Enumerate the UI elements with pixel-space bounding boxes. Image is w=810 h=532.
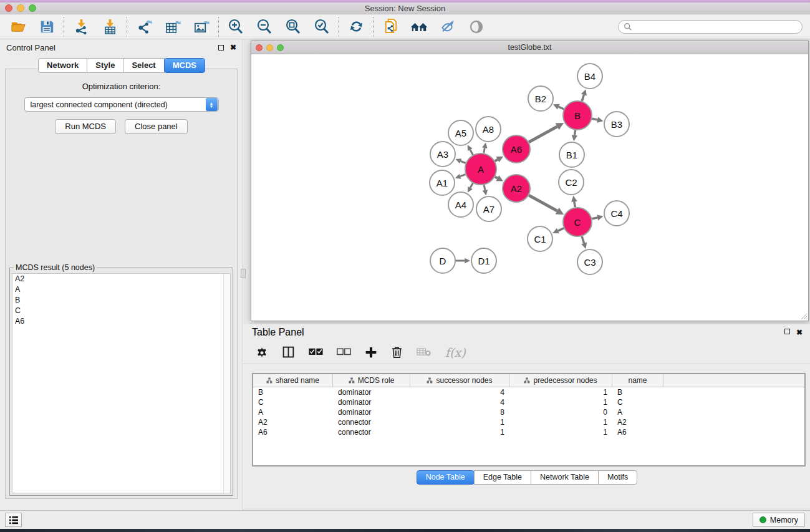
table-cell[interactable]: A6 (612, 428, 663, 437)
table-cell[interactable]: B (253, 388, 333, 397)
table-cell[interactable]: B (612, 388, 663, 397)
mcds-result-item[interactable]: B (12, 295, 230, 306)
resize-grip-icon[interactable] (800, 312, 808, 320)
table-settings-gear-icon[interactable] (256, 346, 268, 359)
graph-edge-C-C4[interactable] (592, 218, 597, 219)
result-scrollbar[interactable] (223, 274, 230, 493)
close-window-button[interactable] (5, 4, 12, 12)
delete-column-trash-icon[interactable] (391, 346, 403, 359)
zoom-window-button[interactable] (29, 4, 36, 12)
table-row[interactable]: A6connector11A6 (253, 427, 804, 437)
open-session-icon[interactable] (9, 17, 27, 36)
graph-edge-C-C2[interactable] (574, 201, 575, 207)
graph-edge-C-C3[interactable] (582, 236, 584, 243)
graph-edge-B-B3[interactable] (592, 118, 597, 120)
import-table-icon[interactable] (100, 17, 119, 36)
graph-edge-A6-B[interactable] (529, 127, 557, 142)
network-close-button[interactable] (256, 44, 263, 51)
column-layout-icon[interactable] (282, 346, 295, 359)
task-history-button[interactable] (5, 513, 22, 527)
table-tab-network-table[interactable]: Network Table (531, 470, 599, 485)
mcds-result-list[interactable]: A2ABCA6 (12, 273, 231, 493)
graph-edge-A-A5[interactable] (470, 150, 473, 155)
mcds-result-item[interactable]: C (12, 306, 230, 316)
graph-edge-A-A8[interactable] (484, 148, 485, 153)
close-panel-icon[interactable]: ✖ (230, 44, 236, 51)
table-cell[interactable]: 0 (509, 408, 612, 417)
import-network-icon[interactable] (72, 17, 90, 36)
table-cell[interactable]: 8 (410, 408, 509, 417)
network-minimize-button[interactable] (266, 44, 273, 51)
memory-button[interactable]: Memory (753, 513, 805, 527)
graph-edge-A-A1[interactable] (460, 175, 465, 177)
table-cell[interactable]: C (253, 398, 333, 407)
table-cell[interactable]: C (612, 398, 663, 407)
home-overview-icon[interactable] (410, 17, 428, 36)
graph-edge-A-A3[interactable] (461, 161, 466, 163)
table-cell[interactable]: A6 (253, 428, 333, 437)
table-cell[interactable]: 1 (410, 428, 509, 437)
table-tab-edge-table[interactable]: Edge Table (474, 470, 531, 485)
duplicate-network-icon[interactable] (381, 17, 400, 36)
table-cell[interactable]: 1 (410, 418, 509, 427)
table-cell[interactable]: 4 (410, 398, 509, 407)
table-cell[interactable]: 1 (509, 398, 612, 407)
table-cell[interactable]: dominator (333, 388, 410, 397)
save-session-icon[interactable] (37, 17, 56, 36)
mcds-result-item[interactable]: A (12, 284, 230, 295)
graph-edge-A-A6[interactable] (495, 160, 498, 161)
deselect-all-unchecked-icon[interactable] (337, 348, 351, 356)
graph-edge-A-A7[interactable] (484, 185, 485, 190)
split-divider-handle[interactable] (241, 269, 246, 278)
column-header-successor-nodes[interactable]: successor nodes (410, 374, 509, 387)
table-row[interactable]: Bdominator41B (253, 387, 804, 397)
eye-preview-icon[interactable] (467, 17, 486, 36)
network-graph[interactable]: B4B2BB3A5A8A6A3B1AA1C2A2A4A7C4CC1C3DD1 (251, 54, 808, 321)
table-cell[interactable]: A2 (253, 418, 333, 427)
table-cell[interactable]: 1 (509, 428, 612, 437)
refresh-layout-icon[interactable] (347, 17, 365, 36)
control-tab-mcds[interactable]: MCDS (164, 58, 205, 73)
column-header-predecessor-nodes[interactable]: predecessor nodes (509, 374, 612, 387)
float-panel-icon[interactable] (218, 45, 224, 51)
graph-edge-B-B1[interactable] (574, 130, 575, 135)
table-cell[interactable]: A (253, 408, 333, 417)
control-tab-style[interactable]: Style (87, 58, 123, 73)
table-tab-motifs[interactable]: Motifs (598, 470, 637, 485)
mcds-result-item[interactable]: A6 (12, 316, 230, 327)
table-cell[interactable]: A (612, 408, 663, 417)
table-row[interactable]: Cdominator41C (253, 397, 804, 407)
table-cell[interactable]: 1 (509, 388, 612, 397)
close-panel-button[interactable]: Close panel (125, 119, 188, 134)
table-tab-node-table[interactable]: Node Table (417, 470, 475, 485)
table-cell[interactable]: 1 (509, 418, 612, 427)
graph-edge-A-A2[interactable] (495, 177, 498, 178)
column-header-shared-name[interactable]: shared name (253, 374, 333, 387)
run-mcds-button[interactable]: Run MCDS (55, 119, 116, 134)
table-cell[interactable]: connector (333, 418, 410, 427)
graph-edge-A2-C[interactable] (529, 195, 557, 211)
close-table-panel-icon[interactable]: ✖ (796, 329, 803, 336)
criterion-dropdown[interactable]: largest connected component (directed) ▲… (24, 97, 219, 112)
export-table-icon[interactable] (163, 17, 182, 36)
table-cell[interactable]: 4 (410, 388, 509, 397)
table-cell[interactable]: dominator (333, 398, 410, 407)
float-table-panel-icon[interactable] (784, 329, 790, 334)
network-zoom-button[interactable] (277, 44, 284, 51)
column-header-name[interactable]: name (612, 374, 663, 387)
export-network-icon[interactable] (135, 17, 153, 36)
zoom-selected-icon[interactable] (312, 17, 331, 36)
table-row[interactable]: Adominator80A (253, 407, 804, 417)
table-cell[interactable]: connector (333, 428, 410, 437)
zoom-in-icon[interactable] (226, 17, 245, 36)
graph-edge-C-C1[interactable] (558, 228, 564, 231)
search-input[interactable] (632, 22, 797, 31)
zoom-fit-icon[interactable] (284, 17, 302, 36)
column-header-MCDS-role[interactable]: MCDS role (333, 374, 410, 387)
select-all-checked-icon[interactable] (309, 348, 323, 356)
table-cell[interactable]: A2 (612, 418, 663, 427)
graph-edge-B-B2[interactable] (559, 107, 564, 109)
graph-edge-A-A4[interactable] (470, 183, 473, 188)
control-tab-select[interactable]: Select (123, 58, 164, 73)
mcds-result-item[interactable]: A2 (12, 274, 230, 284)
